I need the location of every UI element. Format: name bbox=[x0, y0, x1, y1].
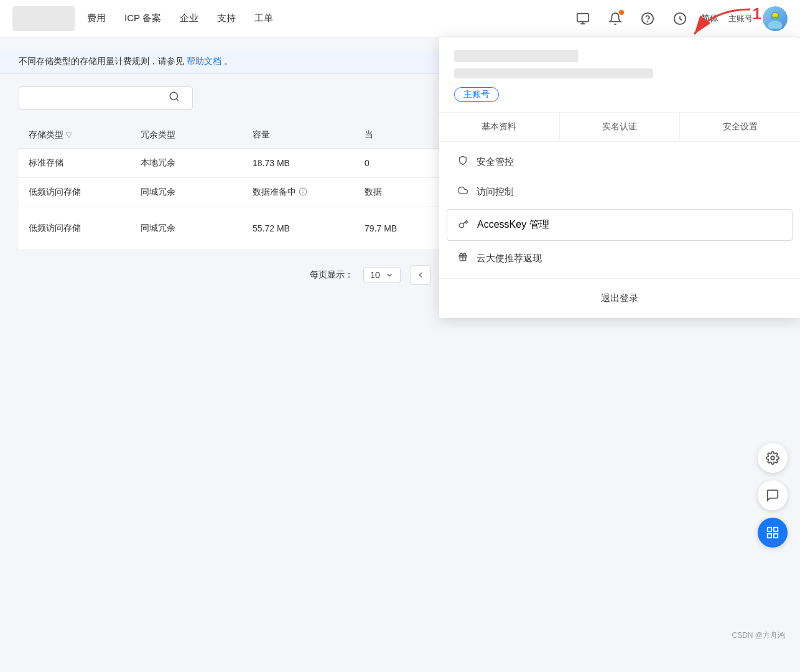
tab-real-name[interactable]: 实名认证 bbox=[560, 113, 681, 141]
cell-redundancy-2: 同城冗余 bbox=[131, 187, 243, 198]
page-size-value: 10 bbox=[370, 270, 380, 280]
dropdown-username bbox=[454, 50, 579, 62]
help-icon-btn[interactable] bbox=[636, 7, 659, 30]
notification-dot bbox=[619, 10, 624, 15]
fixed-right-buttons bbox=[758, 443, 788, 548]
logout-button[interactable]: 退出登录 bbox=[454, 287, 785, 309]
nav-link-support[interactable]: 支持 bbox=[217, 12, 236, 24]
dropdown-header: 主账号 bbox=[439, 37, 800, 113]
svg-rect-19 bbox=[774, 534, 778, 538]
nav-link-enterprise[interactable]: 企业 bbox=[180, 12, 198, 24]
logo bbox=[12, 6, 75, 31]
menu-item-access-control[interactable]: 访问控制 bbox=[439, 177, 800, 207]
search-icon[interactable] bbox=[169, 91, 180, 105]
settings-btn[interactable] bbox=[758, 443, 788, 473]
monitor-icon-btn[interactable] bbox=[572, 7, 594, 30]
cell-capacity-3: 55.72 MB bbox=[243, 223, 355, 233]
tab-security[interactable]: 安全设置 bbox=[680, 113, 800, 141]
shield-icon bbox=[457, 156, 469, 168]
grid-btn[interactable] bbox=[758, 518, 788, 548]
cell-storage-type-1: 标准存储 bbox=[19, 157, 131, 169]
main-account-label: 主账号 bbox=[728, 13, 753, 24]
svg-point-15 bbox=[771, 456, 774, 460]
cell-capacity-2: 数据准备中 bbox=[243, 187, 355, 198]
cell-redundancy-1: 本地冗余 bbox=[131, 157, 243, 169]
top-navigation: 费用 ICP 备案 企业 支持 工单 简体 主账 bbox=[0, 0, 800, 37]
dropdown-tabs: 基本资料 实名认证 安全设置 bbox=[439, 113, 800, 142]
main-account-badge[interactable]: 主账号 bbox=[454, 87, 499, 102]
info-icon[interactable] bbox=[299, 187, 307, 198]
svg-rect-16 bbox=[768, 528, 771, 531]
user-avatar[interactable] bbox=[763, 6, 788, 31]
search-input[interactable] bbox=[27, 93, 164, 103]
star-icon-btn[interactable] bbox=[669, 7, 691, 30]
page-size-select[interactable]: 10 bbox=[363, 267, 401, 283]
menu-item-accesskey[interactable]: AccessKey 管理 2 bbox=[447, 209, 793, 241]
svg-rect-17 bbox=[774, 528, 778, 531]
filter-icon[interactable]: ▽ bbox=[66, 131, 72, 139]
svg-line-9 bbox=[176, 98, 178, 100]
cloud-icon bbox=[457, 185, 469, 198]
prev-page-btn[interactable] bbox=[411, 265, 430, 285]
svg-point-8 bbox=[170, 92, 177, 100]
cell-redundancy-3: 同城冗余 bbox=[131, 223, 243, 234]
csdn-watermark: CSDN @方舟鸿 bbox=[732, 630, 785, 641]
nav-links: 费用 ICP 备案 企业 支持 工单 bbox=[87, 12, 572, 24]
header-capacity: 容量 bbox=[243, 129, 355, 141]
dropdown-menu-items: 安全管控 访问控制 AccessKey 管理 2 bbox=[439, 142, 800, 278]
gift-icon bbox=[457, 252, 469, 264]
svg-point-12 bbox=[303, 190, 304, 190]
nav-link-icp[interactable]: ICP 备案 bbox=[124, 12, 161, 24]
help-doc-link[interactable]: 帮助文档 bbox=[187, 56, 221, 66]
search-bar bbox=[19, 86, 218, 110]
user-dropdown: 主账号 基本资料 实名认证 安全设置 安全管控 访问控制 bbox=[439, 37, 800, 318]
svg-rect-0 bbox=[577, 13, 588, 21]
header-redundancy: 冗余类型 bbox=[131, 129, 243, 141]
nav-link-cost[interactable]: 费用 bbox=[87, 12, 106, 24]
svg-rect-18 bbox=[768, 534, 771, 538]
header-storage-type: 存储类型 ▽ bbox=[19, 129, 131, 141]
message-btn[interactable] bbox=[758, 480, 788, 510]
cell-storage-type-2: 低频访问存储 bbox=[19, 187, 131, 198]
svg-point-5 bbox=[768, 21, 782, 29]
search-input-wrap bbox=[19, 86, 193, 110]
svg-point-2 bbox=[648, 21, 648, 22]
tab-basic-info[interactable]: 基本资料 bbox=[439, 113, 560, 141]
dropdown-email bbox=[454, 68, 653, 78]
menu-item-security-control[interactable]: 安全管控 bbox=[439, 147, 800, 177]
avatar-image bbox=[763, 6, 788, 31]
cell-capacity-1: 18.73 MB bbox=[243, 158, 355, 168]
menu-item-ambassador[interactable]: 云大使推荐返现 bbox=[439, 243, 800, 273]
cell-storage-type-3: 低频访问存储 bbox=[19, 223, 131, 234]
key-icon bbox=[457, 219, 470, 231]
dropdown-footer: 退出登录 bbox=[439, 278, 800, 318]
language-selector[interactable]: 简体 bbox=[701, 13, 719, 24]
nav-icons: 简体 主账号 bbox=[572, 6, 788, 31]
bell-icon-btn[interactable] bbox=[604, 7, 626, 30]
nav-link-ticket[interactable]: 工单 bbox=[254, 12, 273, 24]
per-page-label: 每页显示： bbox=[310, 269, 353, 281]
